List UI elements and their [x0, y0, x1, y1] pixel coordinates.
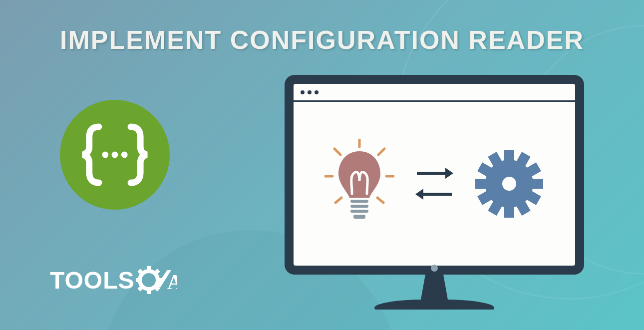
browser-bar	[294, 84, 575, 102]
svg-line-14	[334, 149, 340, 155]
braces-icon	[75, 115, 155, 195]
svg-line-18	[335, 198, 341, 203]
svg-text:A: A	[167, 271, 177, 294]
window-dot	[301, 90, 305, 94]
monitor-stand	[412, 275, 457, 300]
svg-line-15	[378, 149, 384, 155]
svg-rect-23	[353, 215, 365, 219]
svg-rect-36	[475, 179, 486, 189]
svg-rect-33	[504, 207, 514, 218]
svg-rect-5	[147, 289, 151, 294]
svg-rect-20	[350, 200, 368, 203]
swap-arrows-icon	[414, 166, 454, 202]
svg-rect-6	[136, 278, 140, 282]
window-dot	[308, 90, 312, 94]
logo-gear-icon: A	[136, 265, 177, 295]
gear-icon	[474, 149, 544, 219]
lightbulb-icon	[324, 139, 394, 229]
logo-text-tools: TOOLS	[50, 267, 134, 294]
monitor-screen	[294, 84, 575, 266]
svg-rect-21	[350, 205, 368, 208]
main-title: IMPLEMENT CONFIGURATION READER	[0, 25, 644, 55]
screen-content	[294, 102, 575, 266]
svg-point-3	[140, 271, 158, 289]
monitor-base	[374, 300, 494, 310]
window-dot	[315, 90, 319, 94]
svg-point-2	[121, 152, 128, 158]
monitor-power-button	[431, 265, 438, 272]
monitor-illustration	[285, 75, 584, 310]
toolsqa-logo: TOOLS A	[50, 265, 177, 295]
svg-rect-30	[532, 179, 543, 189]
svg-rect-22	[350, 210, 368, 213]
svg-rect-4	[147, 266, 151, 271]
svg-point-0	[102, 152, 108, 158]
svg-point-1	[112, 152, 118, 158]
json-badge	[60, 100, 170, 210]
svg-line-19	[377, 198, 383, 203]
monitor-frame	[285, 75, 584, 275]
svg-rect-27	[504, 150, 514, 161]
svg-point-39	[502, 177, 516, 191]
